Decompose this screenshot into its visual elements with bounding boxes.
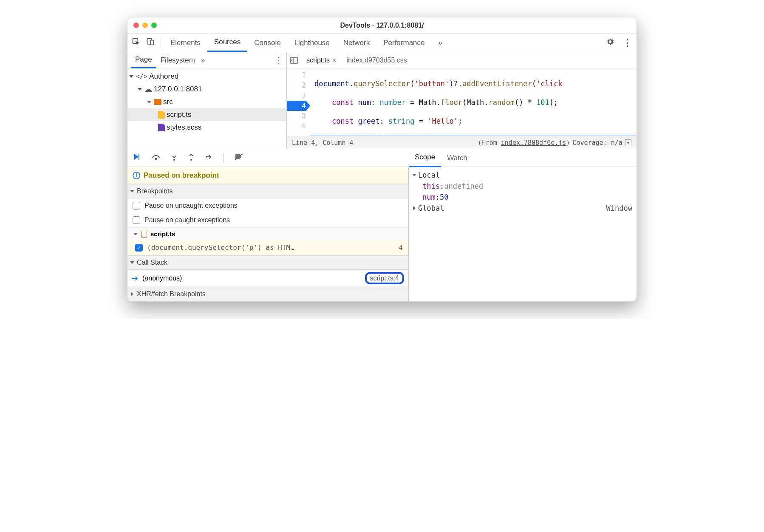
file-icon xyxy=(141,231,147,238)
kebab-menu-icon[interactable]: ⋮ xyxy=(623,37,632,48)
coverage-dropdown-icon[interactable]: ▾ xyxy=(625,139,631,146)
nav-kebab-icon[interactable]: ⋮ xyxy=(274,55,283,65)
tab-network[interactable]: Network xyxy=(337,34,376,52)
tab-watch[interactable]: Watch xyxy=(441,149,473,167)
tree-file-styles[interactable]: styles.scss xyxy=(127,121,286,134)
svg-point-4 xyxy=(155,158,157,160)
workspace: </> Authored ☁ 127.0.0.1:8081 src script… xyxy=(127,68,637,149)
breakpoint-item[interactable]: (document.querySelector('p') as HTM… 4 xyxy=(127,240,408,255)
debugger-left-pane: i Paused on breakpoint Breakpoints Pause… xyxy=(127,167,409,301)
device-toggle-icon[interactable] xyxy=(146,37,155,48)
scope-global[interactable]: Global Window xyxy=(413,203,632,214)
step-over-button[interactable] xyxy=(151,153,161,163)
scope-num[interactable]: num: 50 xyxy=(413,192,632,203)
tab-console[interactable]: Console xyxy=(247,34,287,52)
resume-button[interactable] xyxy=(133,153,141,163)
editor-tab-label: script.ts xyxy=(306,57,330,64)
tab-elements[interactable]: Elements xyxy=(164,34,207,52)
nav-tab-filesystem[interactable]: Filesystem xyxy=(156,56,199,65)
breakpoint-file-header[interactable]: script.ts xyxy=(127,227,408,240)
cursor-position: Line 4, Column 4 xyxy=(292,139,354,147)
sourcemap-link[interactable]: index.7808df6e.js xyxy=(501,139,566,147)
toggle-navigator-icon[interactable] xyxy=(287,52,301,68)
js-file-icon xyxy=(158,111,165,119)
minimize-window-button[interactable] xyxy=(142,23,148,28)
editor-tab-css[interactable]: index.d9703d55.css xyxy=(341,52,412,68)
titlebar: DevTools - 127.0.0.1:8081/ xyxy=(127,17,637,34)
tree-authored[interactable]: </> Authored xyxy=(127,70,286,83)
sub-toolbar: Page Filesystem » ⋮ script.ts × index.d9… xyxy=(127,52,637,68)
debugger-toolbar: Scope Watch xyxy=(127,149,637,167)
checkbox-unchecked[interactable] xyxy=(133,216,140,224)
callstack-frame[interactable]: ➔ (anonymous) script.ts:4 xyxy=(127,270,408,287)
coverage-label: Coverage: n/a xyxy=(572,139,622,147)
window-title: DevTools - 127.0.0.1:8081/ xyxy=(127,22,637,29)
svg-point-7 xyxy=(206,156,207,158)
cloud-icon: ☁ xyxy=(144,85,152,94)
step-button[interactable] xyxy=(205,153,213,162)
tree-file-script[interactable]: script.ts xyxy=(127,108,286,121)
pause-caught-row[interactable]: Pause on caught exceptions xyxy=(127,213,408,227)
close-tab-icon[interactable]: × xyxy=(332,57,336,64)
window-controls xyxy=(133,23,157,28)
svg-rect-2 xyxy=(150,40,154,45)
tab-sources[interactable]: Sources xyxy=(207,34,247,52)
close-window-button[interactable] xyxy=(133,23,139,28)
navigator-tabs: Page Filesystem » ⋮ xyxy=(127,52,287,68)
code-content[interactable]: document.querySelector('button')?.addEve… xyxy=(310,68,637,136)
code-editor[interactable]: 123 4 56 document.querySelector('button'… xyxy=(287,68,637,149)
step-into-button[interactable] xyxy=(171,153,178,163)
xhr-breakpoints-header[interactable]: XHR/fetch Breakpoints xyxy=(127,287,408,301)
callstack-location[interactable]: script.ts:4 xyxy=(365,272,404,284)
tab-lighthouse[interactable]: Lighthouse xyxy=(288,34,337,52)
nav-tab-page[interactable]: Page xyxy=(131,52,156,68)
inspect-icon[interactable] xyxy=(132,37,140,48)
nav-tabs-overflow-icon[interactable]: » xyxy=(201,56,205,65)
breakpoints-header[interactable]: Breakpoints xyxy=(127,184,408,198)
tree-host[interactable]: ☁ 127.0.0.1:8081 xyxy=(127,83,286,96)
tab-performance[interactable]: Performance xyxy=(376,34,431,52)
sidebar-tabs: Scope Watch xyxy=(409,149,637,167)
callstack-header[interactable]: Call Stack xyxy=(127,255,408,270)
debugger-panes: i Paused on breakpoint Breakpoints Pause… xyxy=(127,167,637,301)
pause-uncaught-row[interactable]: Pause on uncaught exceptions xyxy=(127,198,408,213)
main-toolbar: Elements Sources Console Lighthouse Netw… xyxy=(127,34,637,52)
settings-gear-icon[interactable] xyxy=(606,37,614,48)
scope-local[interactable]: Local xyxy=(413,170,632,181)
step-out-button[interactable] xyxy=(188,153,195,163)
editor-tabs: script.ts × index.d9703d55.css xyxy=(287,52,637,68)
file-tree: </> Authored ☁ 127.0.0.1:8081 src script… xyxy=(127,68,287,149)
scope-pane: Local this: undefined num: 50 Global Win… xyxy=(409,167,637,301)
tabs-overflow-icon[interactable]: » xyxy=(432,34,449,52)
current-frame-icon: ➔ xyxy=(132,274,138,283)
zoom-window-button[interactable] xyxy=(151,23,157,28)
panel-tabs: Elements Sources Console Lighthouse Netw… xyxy=(164,34,449,52)
paused-banner: i Paused on breakpoint xyxy=(127,167,408,184)
tab-scope[interactable]: Scope xyxy=(409,149,441,167)
editor-statusbar: Line 4, Column 4 (From index.7808df6e.js… xyxy=(287,136,637,149)
editor-tab-label: index.d9703d55.css xyxy=(346,57,407,64)
tree-folder-src[interactable]: src xyxy=(127,96,286,108)
code-icon: </> xyxy=(136,73,147,80)
checkbox-unchecked[interactable] xyxy=(133,202,140,209)
svg-point-6 xyxy=(190,159,192,161)
scss-file-icon xyxy=(158,124,165,131)
info-icon: i xyxy=(133,172,140,179)
line-gutter: 123 4 56 xyxy=(287,68,310,136)
devtools-window: DevTools - 127.0.0.1:8081/ Elements Sour… xyxy=(127,17,637,302)
deactivate-breakpoints-button[interactable] xyxy=(234,153,243,163)
sourcemap-from: (From index.7808df6e.js) xyxy=(478,139,570,147)
folder-icon xyxy=(154,99,161,105)
scope-this[interactable]: this: undefined xyxy=(413,181,632,192)
checkbox-checked[interactable] xyxy=(135,244,143,252)
svg-point-5 xyxy=(173,159,175,161)
editor-tab-script[interactable]: script.ts × xyxy=(301,52,341,68)
